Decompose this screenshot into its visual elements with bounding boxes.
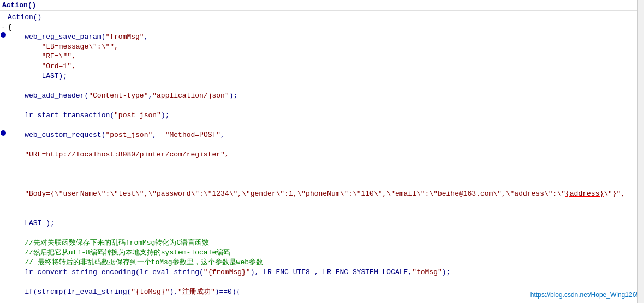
action-label: Action() [2, 1, 36, 9]
breakpoint-area: - [0, 22, 7, 32]
line-content: "URL=http://localhost:8080/pinter/com/re… [7, 150, 644, 160]
line-content [7, 140, 644, 150]
line-content: web_add_header("Content-type","applicati… [7, 91, 644, 101]
code-line [0, 160, 644, 169]
code-line [0, 228, 644, 238]
line-content: "Body={\"userName\":\"test\",\"password\… [7, 169, 644, 219]
code-line: lr_start_transaction("post_json"); [0, 111, 644, 120]
line-content: lr_convert_string_encoding(lr_eval_strin… [7, 268, 644, 277]
code-area: Action() - { web_reg_save_param("fromMsg… [0, 11, 644, 303]
code-line: web_reg_save_param("fromMsg", [0, 32, 644, 42]
breakpoint-area [0, 32, 7, 38]
code-line: LAST); [0, 71, 644, 81]
code-line [0, 81, 644, 91]
code-line: - { [0, 22, 644, 32]
breakpoint-dot [1, 130, 6, 136]
code-line [0, 120, 644, 130]
code-line [0, 101, 644, 111]
line-content: "Ord=1", [7, 62, 644, 71]
line-content: { [7, 22, 644, 32]
code-line: Action() [0, 13, 644, 22]
line-content [7, 81, 644, 91]
code-line: LAST ); [0, 219, 644, 228]
scrollbar-vertical[interactable] [637, 0, 644, 303]
line-content: lr_start_transaction("post_json"); [7, 111, 644, 120]
line-content [7, 120, 644, 130]
watermark: https://blog.csdn.net/Hope_Wing1265 [530, 291, 640, 299]
code-line: "Ord=1", [0, 62, 644, 71]
code-line [0, 277, 644, 287]
breakpoint-area [0, 130, 7, 136]
code-line [0, 140, 644, 150]
line-content [7, 228, 644, 238]
code-line: // 最终将转后的非乱码数据保存到一个toMsg参数里，这个参数是web参数 [0, 258, 644, 268]
line-content: web_reg_save_param("fromMsg", [7, 32, 644, 42]
code-line: web_add_header("Content-type","applicati… [0, 91, 644, 101]
line-content: LAST ); [7, 219, 644, 228]
line-content: //先对关联函数保存下来的乱码fromMsg转化为C语言函数 [7, 238, 644, 248]
code-line: web_custom_request("post_json", "Method=… [0, 130, 644, 140]
line-content [7, 277, 644, 287]
line-content [7, 160, 644, 169]
code-line: //然后把它从utf-8编码转换为本地支持的system-locale编码 [0, 248, 644, 258]
code-line: "Body={\"userName\":\"test\",\"password\… [0, 169, 644, 219]
code-line: //先对关联函数保存下来的乱码fromMsg转化为C语言函数 [0, 238, 644, 248]
code-line: "URL=http://localhost:8080/pinter/com/re… [0, 150, 644, 160]
breakpoint-dot [1, 32, 6, 38]
line-content: LAST); [7, 71, 644, 81]
line-content: "RE=\"", [7, 52, 644, 62]
line-content: "LB=message\":\"", [7, 42, 644, 52]
line-content: web_custom_request("post_json", "Method=… [7, 130, 644, 140]
code-line: lr_convert_string_encoding(lr_eval_strin… [0, 268, 644, 277]
code-line: "RE=\"", [0, 52, 644, 62]
line-content: //然后把它从utf-8编码转换为本地支持的system-locale编码 [7, 248, 644, 258]
header-bar: Action() [0, 0, 644, 11]
line-content: Action() [7, 13, 644, 22]
code-line: "LB=message\":\"", [0, 42, 644, 52]
line-content [7, 101, 644, 111]
code-editor: Action() Action() - { web_reg_save_param… [0, 0, 644, 303]
line-content: // 最终将转后的非乱码数据保存到一个toMsg参数里，这个参数是web参数 [7, 258, 644, 268]
